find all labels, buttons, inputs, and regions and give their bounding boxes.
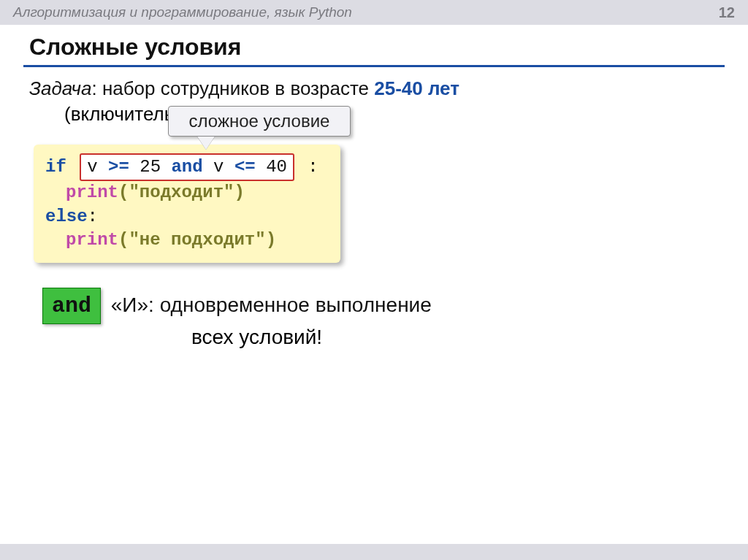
explain-tail: выполнение <box>310 293 432 315</box>
callout-box: сложное условие <box>168 106 351 137</box>
slide: Алгоритмизация и программирование, язык … <box>0 0 748 560</box>
code-line-print2: print("не подходит") <box>45 229 329 252</box>
keyword-and: and <box>171 157 202 177</box>
footer-bar <box>0 544 748 560</box>
else-colon: : <box>88 207 98 226</box>
explain-line2: всех условий! <box>23 326 725 349</box>
op-ge: >= <box>108 157 129 177</box>
code-line-else: else: <box>45 205 329 229</box>
code-line-print1: print("подходит") <box>45 181 329 204</box>
op-le: <= <box>234 157 256 177</box>
and-badge: and <box>42 288 101 325</box>
fn-print1: print <box>66 183 118 202</box>
num-40: 40 <box>266 157 287 177</box>
fn-print2: print <box>66 230 118 250</box>
task-label: Задача <box>29 77 91 99</box>
content: Сложные условия Задача: набор сотруднико… <box>0 25 748 349</box>
condition-box: v >= 25 and v <= 40 <box>80 153 294 181</box>
var-v2: v <box>213 157 224 177</box>
explain-i: «И»: <box>111 293 160 315</box>
keyword-else: else <box>45 207 88 226</box>
num-25: 25 <box>140 157 161 177</box>
course-title: Алгоритмизация и программирование, язык … <box>13 4 352 20</box>
task-subline: (включительно). <box>23 103 725 126</box>
callout-tail-icon <box>197 137 215 150</box>
var-v1: v <box>87 157 97 177</box>
str-arg2: ("не подходит") <box>118 230 276 250</box>
keyword-if: if <box>45 157 66 177</box>
task-age: 25-40 лет <box>374 77 459 99</box>
callout: сложное условие <box>168 106 351 150</box>
str-arg1: ("подходит") <box>118 183 245 202</box>
top-bar: Алгоритмизация и программирование, язык … <box>0 0 748 25</box>
section-heading: Сложные условия <box>23 31 725 67</box>
explain-line1: and «И»: одновременное выполнение <box>23 288 725 325</box>
page-number: 12 <box>719 4 735 21</box>
task-line: Задача: набор сотрудников в возрасте 25-… <box>23 76 725 101</box>
task-text: : набор сотрудников в возрасте <box>91 77 374 99</box>
colon: : <box>308 157 318 177</box>
code-line-if: if v >= 25 and v <= 40 : <box>45 153 329 181</box>
explain-simul: одновременное <box>160 293 310 315</box>
code-block: if v >= 25 and v <= 40 : print("подходит… <box>34 145 340 263</box>
